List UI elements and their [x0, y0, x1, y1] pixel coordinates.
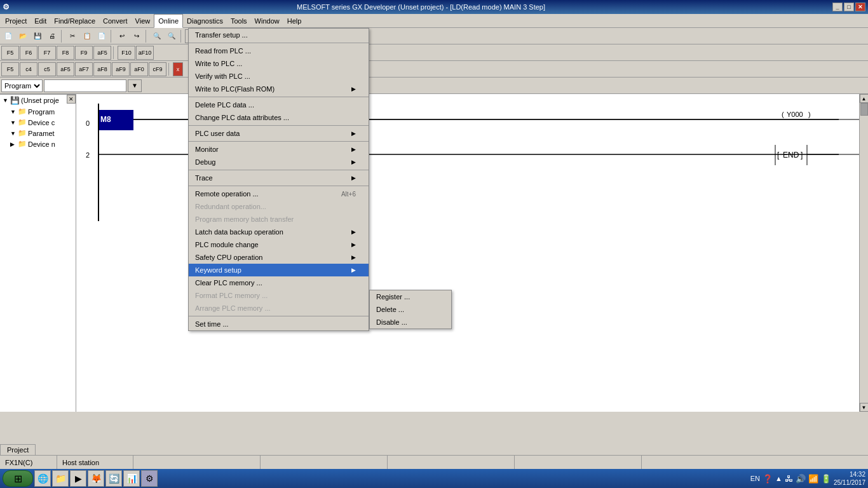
- taskbar-explorer[interactable]: 📁: [52, 470, 69, 487]
- tb3-c5[interactable]: c5: [38, 62, 56, 76]
- menu-trace[interactable]: Trace ▶: [189, 172, 369, 184]
- menu-remote-op[interactable]: Remote operation ... Alt+6: [189, 187, 369, 200]
- menu-diagnostics[interactable]: Diagnostics: [183, 14, 227, 28]
- sidebar-close-button[interactable]: ✕: [67, 95, 76, 104]
- tb3-x[interactable]: x: [173, 62, 183, 76]
- menu-plc-user-data[interactable]: PLC user data ▶: [189, 127, 369, 140]
- menu-debug[interactable]: Debug ▶: [189, 156, 369, 168]
- tb3-af8[interactable]: aF8: [93, 62, 111, 76]
- taskbar-ie[interactable]: 🌐: [34, 470, 51, 487]
- menu-clear-plc[interactable]: Clear PLC memory ...: [189, 276, 369, 289]
- menu-edit[interactable]: Edit: [31, 14, 50, 28]
- tb-cut[interactable]: ✂: [65, 29, 79, 43]
- menu-window[interactable]: Window: [251, 14, 283, 28]
- tray-up-arrow[interactable]: ▲: [775, 475, 782, 482]
- menu-transfer-setup[interactable]: Transfer setup ...: [189, 29, 369, 41]
- close-button[interactable]: ✕: [855, 3, 865, 11]
- tb3-af7[interactable]: aF7: [75, 62, 93, 76]
- menu-latch[interactable]: Latch data backup operation ▶: [189, 226, 369, 238]
- tb-save[interactable]: 💾: [31, 29, 44, 43]
- tb3-af5[interactable]: aF5: [57, 62, 74, 76]
- menu-monitor[interactable]: Monitor ▶: [189, 143, 369, 156]
- tree-program[interactable]: ▼ 📁 Program: [0, 106, 76, 117]
- delete-label: Delete ...: [376, 306, 404, 313]
- menu-help[interactable]: Help: [283, 14, 306, 28]
- tree-devicen[interactable]: ▶ 📁 Device n: [0, 139, 76, 149]
- tb-new[interactable]: 📄: [1, 29, 15, 43]
- tb-f10[interactable]: F10: [118, 46, 135, 60]
- tray-signal-icon: 📶: [808, 474, 818, 484]
- tray-help-icon[interactable]: ❓: [763, 474, 773, 484]
- menu-delete-plc[interactable]: Delete PLC data ...: [189, 98, 369, 111]
- menu-tools[interactable]: Tools: [227, 14, 251, 28]
- maximize-button[interactable]: □: [844, 3, 854, 11]
- taskbar-excel[interactable]: 📊: [123, 470, 140, 487]
- menu-view[interactable]: View: [132, 14, 154, 28]
- tb-f6[interactable]: F6: [20, 46, 37, 60]
- tree-devicec[interactable]: ▼ 📁 Device c: [0, 117, 76, 128]
- tb-f5[interactable]: F5: [1, 46, 19, 60]
- toolbar-1: 📄 📂 💾 🖨 ✂ 📋 📄 ↩ ↪ 🔍 🔍 📊 ▶: [0, 28, 868, 44]
- scroll-up-button[interactable]: ▲: [860, 94, 869, 103]
- tb-print[interactable]: 🖨: [45, 29, 59, 43]
- tb-f9[interactable]: F9: [75, 46, 93, 60]
- monitor-label: Monitor: [195, 146, 219, 153]
- menu-online[interactable]: Online: [154, 14, 183, 28]
- firefox-icon: 🦊: [91, 473, 102, 484]
- menu-project[interactable]: Project: [1, 14, 31, 28]
- scroll-down-button[interactable]: ▼: [860, 403, 869, 412]
- tb-af5[interactable]: aF5: [93, 46, 111, 60]
- project-tab[interactable]: Project: [0, 444, 36, 455]
- tb-redo[interactable]: ↪: [130, 29, 144, 43]
- menu-verify-plc[interactable]: Verify with PLC ...: [189, 70, 369, 83]
- tb-find[interactable]: 🔍: [150, 29, 164, 43]
- change-attr-label: Change PLC data attributes ...: [195, 114, 289, 121]
- menu-read-plc[interactable]: Read from PLC ...: [189, 44, 369, 57]
- keyword-delete[interactable]: Delete ...: [370, 303, 451, 316]
- tb-paste[interactable]: 📄: [95, 29, 109, 43]
- menu-convert[interactable]: Convert: [99, 14, 132, 28]
- keyword-register[interactable]: Register ...: [370, 290, 451, 303]
- sep5: [113, 46, 116, 59]
- sep1: [61, 30, 64, 43]
- keyword-disable[interactable]: Disable ...: [370, 316, 451, 329]
- menu-safety-cpu[interactable]: Safety CPU operation ▶: [189, 251, 369, 264]
- tb3-cf9[interactable]: cF9: [149, 62, 166, 76]
- tb-f8[interactable]: F8: [57, 46, 74, 60]
- menu-keyword-setup[interactable]: Keyword setup ▶: [189, 264, 369, 276]
- menu-plc-module[interactable]: PLC module change ▶: [189, 238, 369, 251]
- menu-change-attr[interactable]: Change PLC data attributes ...: [189, 111, 369, 124]
- start-button[interactable]: ⊞: [3, 470, 33, 487]
- taskbar-media[interactable]: ▶: [70, 470, 86, 487]
- taskbar-app1[interactable]: 🔄: [105, 470, 122, 487]
- scrollbar-vertical: ▲ ▼: [859, 94, 868, 412]
- menu-write-flash[interactable]: Write to PLC(Flash ROM) ▶: [189, 83, 369, 95]
- tb3-c4[interactable]: c4: [20, 62, 37, 76]
- tb3-f5[interactable]: F5: [1, 62, 19, 76]
- program-dropdown[interactable]: Program: [1, 79, 43, 92]
- tb-undo[interactable]: ↩: [115, 29, 129, 43]
- tb-copy[interactable]: 📋: [80, 29, 94, 43]
- scroll-thumb[interactable]: [860, 103, 868, 116]
- tb-open[interactable]: 📂: [16, 29, 30, 43]
- menu-findreplace[interactable]: Find/Replace: [50, 14, 99, 28]
- tb3-af9[interactable]: aF9: [112, 62, 130, 76]
- menu-write-plc[interactable]: Write to PLC ...: [189, 57, 369, 70]
- minimize-button[interactable]: _: [832, 3, 843, 11]
- taskbar-melsoft[interactable]: ⚙: [141, 470, 158, 487]
- sep6: [168, 63, 171, 76]
- tb3-af0[interactable]: aF0: [130, 62, 148, 76]
- tree-param[interactable]: ▼ 📁 Paramet: [0, 128, 76, 139]
- tb-f7[interactable]: F7: [38, 46, 56, 60]
- system-clock[interactable]: 14:32 25/11/2017: [834, 470, 865, 487]
- tree-root[interactable]: ▼ 💾 (Unset proje: [0, 95, 76, 106]
- tb-replace[interactable]: 🔍: [165, 29, 179, 43]
- taskbar-firefox[interactable]: 🦊: [88, 470, 104, 487]
- program-input[interactable]: [44, 79, 126, 92]
- menu-set-time[interactable]: Set time ...: [189, 318, 369, 330]
- scroll-track[interactable]: [860, 103, 868, 403]
- app1-icon: 🔄: [109, 473, 119, 484]
- prog-btn[interactable]: ▼: [128, 79, 142, 92]
- tb-af10[interactable]: aF10: [136, 46, 154, 60]
- keyword-setup-label: Keyword setup: [195, 266, 241, 274]
